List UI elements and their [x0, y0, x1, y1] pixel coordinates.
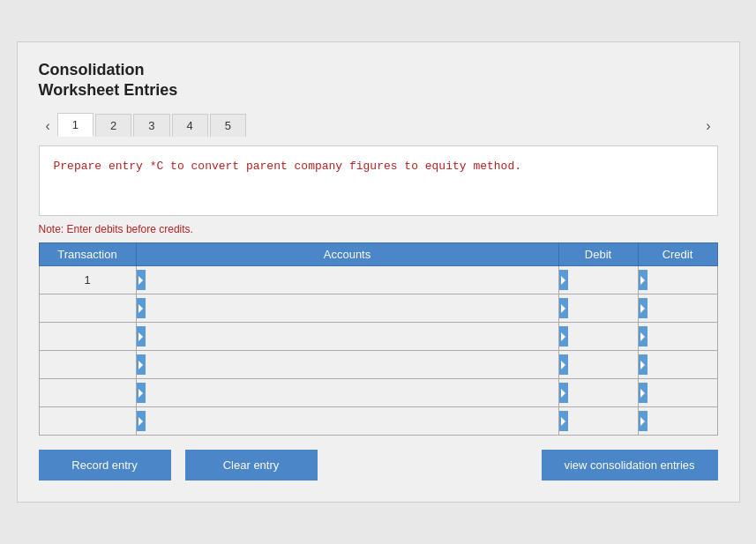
credit-cell-1[interactable] — [638, 266, 717, 294]
header-transaction: Transaction — [39, 243, 136, 266]
credit-input-3[interactable] — [647, 326, 717, 347]
debit-cell-2[interactable] — [558, 294, 638, 323]
debit-input-2[interactable] — [568, 298, 638, 318]
credit-cell-3[interactable] — [638, 323, 717, 351]
header-accounts: Accounts — [136, 243, 558, 266]
debit-indicator-2 — [559, 298, 568, 318]
credit-cell-4[interactable] — [638, 351, 717, 379]
tab-2[interactable]: 2 — [95, 114, 131, 137]
instruction-box: Prepare entry *C to convert parent compa… — [39, 145, 718, 216]
account-input-6[interactable] — [146, 411, 558, 431]
credit-indicator-1 — [639, 270, 647, 290]
table-row — [39, 294, 717, 323]
credit-cell-6[interactable] — [638, 407, 717, 436]
account-input-3[interactable] — [146, 326, 558, 347]
debit-indicator-4 — [559, 354, 568, 375]
credit-input-4[interactable] — [647, 354, 717, 375]
instruction-text: Prepare entry *C to convert parent compa… — [54, 160, 522, 173]
credit-cell-2[interactable] — [638, 294, 717, 323]
main-container: Consolidation Worksheet Entries ‹ 1 2 3 … — [17, 41, 740, 503]
debit-input-5[interactable] — [568, 383, 638, 403]
credit-indicator-3 — [639, 326, 647, 347]
tab-4[interactable]: 4 — [172, 114, 208, 137]
clear-entry-button[interactable]: Clear entry — [185, 450, 318, 481]
note-text: Note: Enter debits before credits. — [39, 223, 718, 235]
account-input-1[interactable] — [146, 270, 558, 290]
debit-cell-1[interactable] — [558, 266, 638, 294]
header-debit: Debit — [558, 243, 638, 266]
tabs-list: 1 2 3 4 5 — [57, 113, 248, 137]
credit-cell-5[interactable] — [638, 379, 717, 407]
table-row — [39, 323, 717, 351]
debit-cell-3[interactable] — [558, 323, 638, 351]
credit-indicator-6 — [639, 411, 647, 431]
credit-indicator-5 — [639, 383, 647, 403]
account-cell-4[interactable] — [136, 351, 558, 379]
debit-input-4[interactable] — [568, 354, 638, 375]
prev-tab-button[interactable]: ‹ — [39, 117, 57, 135]
transaction-cell-5 — [39, 379, 136, 407]
view-consolidation-button[interactable]: view consolidation entries — [542, 450, 718, 481]
transaction-cell-2 — [39, 294, 136, 323]
tab-5[interactable]: 5 — [210, 114, 246, 137]
account-cell-1[interactable] — [136, 266, 558, 294]
worksheet-table: Transaction Accounts Debit Credit 1 — [39, 242, 718, 436]
credit-indicator-2 — [639, 298, 647, 318]
account-indicator-5 — [137, 383, 146, 403]
debit-input-1[interactable] — [568, 270, 638, 290]
debit-indicator-5 — [559, 383, 568, 403]
account-cell-6[interactable] — [136, 407, 558, 436]
record-entry-button[interactable]: Record entry — [39, 450, 171, 481]
account-indicator-1 — [137, 270, 146, 290]
page-title: Consolidation Worksheet Entries — [39, 60, 718, 101]
debit-input-6[interactable] — [568, 411, 638, 431]
debit-input-3[interactable] — [568, 326, 638, 347]
credit-input-1[interactable] — [647, 270, 717, 290]
account-input-5[interactable] — [146, 383, 558, 403]
debit-cell-6[interactable] — [558, 407, 638, 436]
account-input-4[interactable] — [146, 354, 558, 375]
account-indicator-2 — [137, 298, 146, 318]
transaction-cell-1: 1 — [39, 266, 136, 294]
account-indicator-6 — [137, 411, 146, 431]
tab-3[interactable]: 3 — [133, 114, 169, 137]
debit-indicator-6 — [559, 411, 568, 431]
table-row: 1 — [39, 266, 717, 294]
credit-input-5[interactable] — [647, 383, 717, 403]
credit-input-2[interactable] — [647, 298, 717, 318]
debit-indicator-1 — [559, 270, 568, 290]
account-cell-5[interactable] — [136, 379, 558, 407]
account-input-2[interactable] — [146, 298, 558, 318]
buttons-row: Record entry Clear entry view consolidat… — [39, 450, 718, 481]
debit-indicator-3 — [559, 326, 568, 347]
transaction-cell-3 — [39, 323, 136, 351]
account-cell-3[interactable] — [136, 323, 558, 351]
transaction-cell-4 — [39, 351, 136, 379]
table-row — [39, 407, 717, 436]
account-indicator-3 — [137, 326, 146, 347]
credit-indicator-4 — [639, 354, 647, 375]
debit-cell-5[interactable] — [558, 379, 638, 407]
table-row — [39, 351, 717, 379]
transaction-cell-6 — [39, 407, 136, 436]
account-indicator-4 — [137, 354, 146, 375]
account-cell-2[interactable] — [136, 294, 558, 323]
tab-1[interactable]: 1 — [57, 113, 94, 137]
table-row — [39, 379, 717, 407]
header-credit: Credit — [638, 243, 717, 266]
credit-input-6[interactable] — [647, 411, 717, 431]
tabs-row: ‹ 1 2 3 4 5 › — [39, 113, 718, 137]
debit-cell-4[interactable] — [558, 351, 638, 379]
next-tab-button[interactable]: › — [699, 117, 717, 135]
